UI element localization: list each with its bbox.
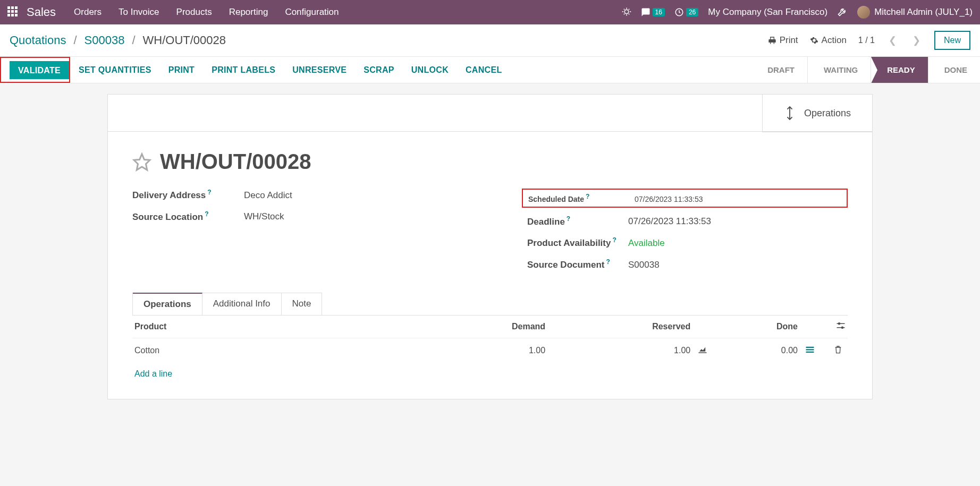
add-line-button[interactable]: Add a line [134, 369, 172, 378]
validate-button[interactable]: VALIDATE [10, 61, 69, 79]
action-button[interactable]: Action [810, 35, 847, 46]
star-icon[interactable] [132, 152, 151, 172]
user-name: Mitchell Admin (JULY_1) [874, 7, 973, 18]
crumb-current: WH/OUT/00028 [143, 33, 226, 47]
table-row[interactable]: Cotton 1.00 1.00 0.00 [132, 338, 848, 363]
svg-rect-7 [806, 346, 814, 347]
nav-configuration[interactable]: Configuration [278, 7, 345, 18]
svg-point-4 [839, 322, 840, 324]
tools-icon[interactable] [837, 6, 848, 19]
source-location-label: Source Location? [132, 210, 244, 223]
nav-to-invoice[interactable]: To Invoice [112, 7, 166, 18]
app-brand[interactable]: Sales [27, 5, 56, 19]
availability-value: Available [628, 238, 665, 249]
unlock-button[interactable]: UNLOCK [403, 57, 457, 83]
col-product: Product [132, 315, 418, 338]
printer-icon [768, 36, 776, 45]
pager-next[interactable]: ❯ [910, 33, 923, 47]
unreserve-button[interactable]: UNRESERVE [284, 57, 355, 83]
pager: 1 / 1 [858, 36, 875, 45]
svg-marker-2 [134, 154, 150, 170]
gear-icon [810, 36, 818, 45]
record-sheet: Operations WH/OUT/00028 Delivery Address… [107, 94, 873, 399]
action-bar: VALIDATE SET QUANTITIES PRINT PRINT LABE… [0, 57, 980, 83]
crumb-sep: / [132, 33, 135, 47]
cell-demand[interactable]: 1.00 [418, 338, 547, 363]
highlight-scheduled-date: Scheduled Date? 07/26/2023 11:33:53 [522, 189, 848, 208]
stage-draft[interactable]: DRAFT [751, 57, 807, 83]
print-button[interactable]: Print [768, 35, 798, 46]
cell-product[interactable]: Cotton [132, 338, 418, 363]
messages-badge: 16 [653, 8, 665, 16]
bug-icon[interactable] [622, 7, 631, 18]
source-document-label: Source Document? [522, 258, 628, 270]
col-demand: Demand [418, 315, 547, 338]
print-labels-button[interactable]: PRINT LABELS [203, 57, 284, 83]
col-reserved: Reserved [547, 315, 692, 338]
col-done: Done [713, 315, 800, 338]
nav-orders[interactable]: Orders [67, 7, 108, 18]
deadline-value: 07/26/2023 11:33:53 [628, 216, 711, 227]
operations-smart-button[interactable]: Operations [762, 95, 872, 132]
operations-table: Product Demand Reserved Done [132, 315, 848, 385]
record-title: WH/OUT/00028 [160, 150, 311, 174]
nav-products[interactable]: Products [170, 7, 218, 18]
svg-point-6 [842, 327, 843, 328]
tab-note[interactable]: Note [282, 293, 322, 315]
delivery-address-value[interactable]: Deco Addict [244, 190, 292, 201]
deadline-label: Deadline? [522, 215, 628, 227]
breadcrumb-bar: Quotations / S00038 / WH/OUT/00028 Print… [0, 24, 980, 57]
nav-reporting[interactable]: Reporting [223, 7, 275, 18]
set-quantities-button[interactable]: SET QUANTITIES [70, 57, 160, 83]
forecast-icon[interactable] [695, 346, 711, 355]
svg-point-0 [624, 10, 629, 14]
scheduled-date-value[interactable]: 07/26/2023 11:33:53 [635, 195, 703, 203]
stage-waiting[interactable]: WAITING [807, 57, 871, 83]
svg-rect-8 [806, 349, 814, 350]
tab-additional-info[interactable]: Additional Info [202, 293, 282, 315]
source-location-value[interactable]: WH/Stock [244, 211, 284, 222]
cancel-button[interactable]: CANCEL [457, 57, 510, 83]
crumb-parent[interactable]: S00038 [85, 33, 125, 47]
record-title-row: WH/OUT/00028 [132, 150, 848, 174]
company-switcher[interactable]: My Company (San Francisco) [708, 7, 827, 18]
avatar [857, 6, 870, 19]
crumb-sep: / [73, 33, 77, 47]
tab-operations[interactable]: Operations [133, 293, 202, 315]
print-action-button[interactable]: PRINT [160, 57, 204, 83]
user-menu[interactable]: Mitchell Admin (JULY_1) [857, 6, 973, 19]
top-nav: Sales Orders To Invoice Products Reporti… [0, 0, 980, 24]
details-icon[interactable] [802, 346, 818, 355]
tabs: Operations Additional Info Note [132, 293, 322, 315]
crumb-root[interactable]: Quotations [10, 33, 66, 47]
apps-icon[interactable] [7, 6, 19, 18]
pager-prev[interactable]: ❮ [886, 33, 899, 47]
messages-icon[interactable]: 16 [641, 7, 665, 17]
svg-rect-9 [806, 351, 814, 352]
delete-row-icon[interactable] [831, 347, 846, 356]
cell-reserved: 1.00 [547, 338, 692, 363]
delivery-address-label: Delivery Address? [132, 189, 244, 201]
updown-arrow-icon [784, 105, 796, 121]
source-document-value[interactable]: S00038 [628, 260, 660, 270]
status-bar: DRAFT WAITING READY DONE [751, 57, 980, 83]
new-button[interactable]: New [934, 31, 970, 50]
activities-icon[interactable]: 26 [674, 7, 698, 17]
cell-done[interactable]: 0.00 [713, 338, 800, 363]
activities-badge: 26 [686, 8, 698, 16]
column-options-icon[interactable] [836, 322, 846, 331]
scrap-button[interactable]: SCRAP [355, 57, 403, 83]
stage-done[interactable]: DONE [928, 57, 980, 83]
scheduled-date-label: Scheduled Date? [528, 193, 635, 203]
highlight-validate: VALIDATE [0, 57, 70, 83]
stage-ready[interactable]: READY [871, 57, 928, 83]
availability-label: Product Availability? [522, 236, 628, 249]
